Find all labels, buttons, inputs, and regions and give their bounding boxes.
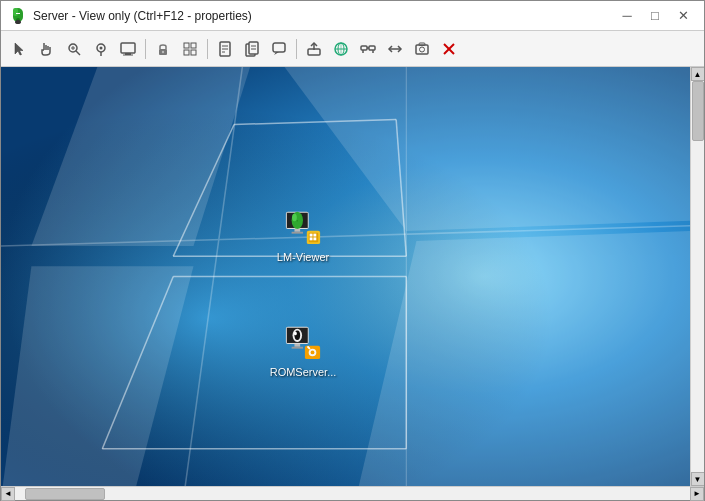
- export-btn[interactable]: [301, 36, 327, 62]
- scroll-down-button[interactable]: ▼: [691, 472, 705, 486]
- scroll-track: [691, 81, 704, 472]
- svg-rect-12: [121, 43, 135, 53]
- chat-btn[interactable]: [266, 36, 292, 62]
- svg-rect-74: [313, 234, 316, 237]
- vertical-scrollbar: ▲ ▼: [690, 67, 704, 486]
- svg-rect-26: [249, 42, 258, 54]
- horizontal-scrollbar: ◄ ►: [1, 486, 704, 500]
- hscroll-thumb[interactable]: [25, 488, 105, 500]
- lm-viewer-label: LM-Viewer: [277, 251, 329, 264]
- svg-rect-2: [16, 13, 20, 14]
- monitor-btn[interactable]: [115, 36, 141, 62]
- connect-btn[interactable]: [355, 36, 381, 62]
- svg-point-86: [311, 351, 315, 355]
- cursor-btn[interactable]: [7, 36, 33, 62]
- resize-btn[interactable]: [382, 36, 408, 62]
- rom-server-label: ROMServer...: [270, 366, 337, 379]
- toolbar-sep-1: [145, 39, 146, 59]
- desktop-background: LM-Viewer: [1, 67, 690, 486]
- app-icon: [9, 7, 27, 25]
- title-bar: Server - View only (Ctrl+F12 - propertie…: [1, 1, 704, 31]
- svg-point-4: [15, 20, 21, 24]
- svg-rect-18: [191, 43, 196, 48]
- zoom-btn[interactable]: [61, 36, 87, 62]
- scroll-thumb[interactable]: [692, 81, 704, 141]
- svg-point-10: [100, 46, 103, 49]
- lm-viewer-icon-image: [283, 207, 323, 247]
- svg-rect-70: [292, 232, 303, 234]
- scan-btn[interactable]: [88, 36, 114, 62]
- toolbar: [1, 31, 704, 67]
- close-button[interactable]: ✕: [670, 6, 696, 26]
- svg-rect-83: [292, 347, 303, 349]
- lock-btn[interactable]: [150, 36, 176, 62]
- lm-viewer-icon[interactable]: LM-Viewer: [263, 207, 343, 264]
- minimize-button[interactable]: ─: [614, 6, 640, 26]
- hscroll-track: [15, 487, 690, 500]
- window-controls: ─ □ ✕: [614, 6, 696, 26]
- pointer-btn[interactable]: [34, 36, 60, 62]
- svg-point-67: [292, 214, 297, 222]
- svg-rect-37: [369, 46, 375, 50]
- svg-point-43: [420, 47, 425, 52]
- svg-rect-42: [416, 45, 428, 54]
- remote-desktop-view[interactable]: LM-Viewer: [1, 67, 690, 486]
- capture-btn[interactable]: [409, 36, 435, 62]
- window-title: Server - View only (Ctrl+F12 - propertie…: [33, 9, 614, 23]
- rom-server-icon[interactable]: ROMServer...: [263, 322, 343, 379]
- svg-rect-73: [310, 234, 313, 237]
- svg-line-6: [76, 51, 80, 55]
- net-btn[interactable]: [328, 36, 354, 62]
- svg-rect-29: [273, 43, 285, 52]
- svg-rect-76: [313, 237, 316, 240]
- content-area: LM-Viewer: [1, 67, 704, 486]
- svg-rect-1: [13, 8, 18, 16]
- toolbar-sep-3: [296, 39, 297, 59]
- rom-server-icon-image: [283, 322, 323, 362]
- page-btn[interactable]: [212, 36, 238, 62]
- svg-rect-36: [361, 46, 367, 50]
- svg-point-81: [294, 332, 297, 336]
- main-window: Server - View only (Ctrl+F12 - propertie…: [0, 0, 705, 501]
- scroll-right-button[interactable]: ►: [690, 487, 704, 501]
- grid-btn[interactable]: [177, 36, 203, 62]
- scroll-up-button[interactable]: ▲: [691, 67, 705, 81]
- svg-point-16: [162, 50, 164, 52]
- svg-rect-19: [184, 50, 189, 55]
- scroll-left-button[interactable]: ◄: [1, 487, 15, 501]
- svg-rect-75: [310, 237, 313, 240]
- disconnect-btn[interactable]: [436, 36, 462, 62]
- page2-btn[interactable]: [239, 36, 265, 62]
- svg-rect-20: [191, 50, 196, 55]
- maximize-button[interactable]: □: [642, 6, 668, 26]
- svg-rect-17: [184, 43, 189, 48]
- toolbar-sep-2: [207, 39, 208, 59]
